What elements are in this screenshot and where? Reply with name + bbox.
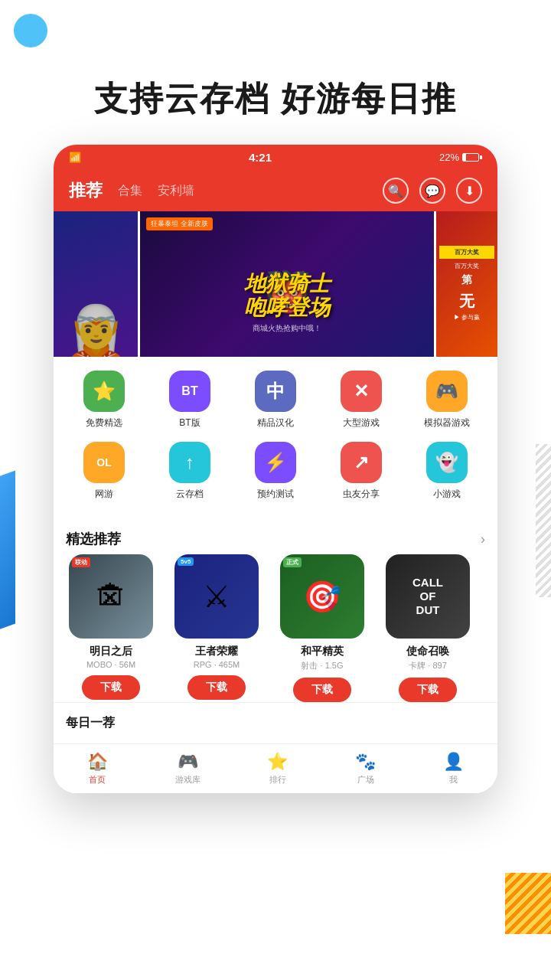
download-btn-1[interactable]: 下载 (187, 675, 246, 700)
cat-cloud-label: 云存档 (176, 488, 204, 501)
bottom-hint: 每日一荐 (54, 702, 497, 743)
featured-title: 精选推荐 (66, 530, 121, 548)
game-badge-0: 联动 (72, 557, 90, 567)
featured-arrow[interactable]: › (481, 531, 485, 547)
cat-bt[interactable]: BT BT版 (155, 371, 224, 430)
status-right: 22% (439, 152, 482, 163)
stripe-left-decoration (0, 471, 15, 632)
game-name-2: 和平精英 (280, 645, 364, 658)
game-name-3: 使命召唤 (386, 645, 470, 658)
banner-center[interactable]: 狂暴泰坦 全新皮肤 👹 地狱骑士咆哮登场 商城火热抢购中哦！ (140, 211, 434, 357)
search-icon[interactable]: 🔍 (383, 178, 409, 204)
cat-big[interactable]: ✕ 大型游戏 (327, 371, 396, 430)
me-icon: 👤 (443, 752, 464, 772)
stripe-right-decoration (536, 444, 551, 597)
cat-chinese[interactable]: 中 精品汉化 (241, 371, 310, 430)
game-meta-1: RPG · 465M (194, 660, 240, 669)
game-meta-2: 射击 · 1.5G (301, 660, 343, 671)
cat-emulator[interactable]: 🎮 模拟器游戏 (412, 371, 481, 430)
cat-online-icon: OL (83, 442, 125, 483)
app-tagline: 支持云存档 好游每日推 (0, 0, 551, 145)
bottom-nav-plaza-label: 广场 (357, 774, 374, 786)
bottom-nav-library[interactable]: 🎮 游戏库 (175, 752, 201, 786)
banner-right[interactable]: 百万大奖 百万大奖 第 无 ▶ 参与赢 (436, 211, 497, 357)
banner-badge: 狂暴泰坦 全新皮肤 (146, 217, 213, 230)
cat-free-label: 免费精选 (86, 416, 122, 430)
bottom-nav-ranking[interactable]: ⭐ 排行 (267, 752, 288, 786)
cat-cloud[interactable]: ↑ 云存档 (155, 442, 224, 501)
cat-online[interactable]: OL 网游 (70, 442, 139, 501)
category-row-1: ⭐ 免费精选 BT BT版 中 精品汉化 ✕ 大型游戏 🎮 模拟器游戏 (61, 371, 490, 430)
bottom-nav-ranking-label: 排行 (269, 774, 286, 786)
message-icon[interactable]: 💬 (419, 178, 445, 204)
game-icon-2[interactable]: 正式 🎯 (280, 554, 364, 639)
cat-bt-label: BT版 (179, 416, 200, 430)
cat-cloud-icon: ↑ (169, 442, 210, 483)
download-btn-0[interactable]: 下载 (82, 675, 140, 700)
cat-preorder-icon: ⚡ (255, 442, 296, 483)
library-icon: 🎮 (178, 752, 198, 772)
nav-active-tab[interactable]: 推荐 (69, 179, 103, 202)
cat-chinese-icon: 中 (255, 371, 296, 412)
cat-big-icon: ✕ (341, 371, 382, 412)
download-btn-3[interactable]: 下载 (399, 678, 457, 702)
phone-mockup: 📶 4:21 22% 推荐 合集 安利墙 🔍 💬 ⬇ (54, 145, 497, 793)
download-icon[interactable]: ⬇ (456, 178, 482, 204)
game-badge-2: 正式 (283, 557, 302, 567)
game-badge-1: 5v5 (178, 557, 194, 566)
game-item-0: 联动 🏚 明日之后 MOBO · 56M 下载 (61, 554, 161, 702)
banner-section: 🧝 狂暴泰坦 全新皮肤 👹 地狱骑士咆哮登场 商城火热抢购中哦！ 百万大奖 (54, 211, 497, 357)
bottom-nav-me-label: 我 (449, 774, 458, 786)
bottom-nav-library-label: 游戏库 (175, 774, 201, 786)
banner-left[interactable]: 🧝 (54, 211, 138, 357)
bottom-nav-home[interactable]: 🏠 首页 (87, 752, 108, 786)
cat-preorder-label: 预约测试 (257, 488, 294, 501)
bottom-nav-plaza[interactable]: 🐾 广场 (355, 752, 376, 786)
banner-center-text: 地狱骑士咆哮登场 商城火热抢购中哦！ (148, 273, 426, 334)
category-grid: ⭐ 免费精选 BT BT版 中 精品汉化 ✕ 大型游戏 🎮 模拟器游戏 (54, 357, 497, 521)
game-item-1: 5v5 ⚔ 王者荣耀 RPG · 465M 下载 (167, 554, 266, 702)
featured-section-header: 精选推荐 › (54, 521, 497, 554)
game-icon-0[interactable]: 联动 🏚 (69, 554, 153, 639)
cat-free[interactable]: ⭐ 免费精选 (70, 371, 139, 430)
cat-mini-icon: 👻 (426, 442, 468, 483)
game-list: 联动 🏚 明日之后 MOBO · 56M 下载 5v5 ⚔ 王者荣耀 RPG ·… (54, 554, 497, 702)
battery-icon (462, 153, 482, 162)
cat-emulator-label: 模拟器游戏 (424, 416, 470, 430)
wifi-icon: 📶 (69, 152, 81, 163)
bottom-nav: 🏠 首页 🎮 游戏库 ⭐ 排行 🐾 广场 👤 我 (54, 743, 497, 793)
cat-share[interactable]: ↗ 虫友分享 (327, 442, 396, 501)
game-name-0: 明日之后 (69, 645, 153, 658)
category-row-2: OL 网游 ↑ 云存档 ⚡ 预约测试 ↗ 虫友分享 👻 小游戏 (61, 442, 490, 501)
bottom-nav-me[interactable]: 👤 我 (443, 752, 464, 786)
battery-text: 22% (439, 152, 459, 163)
game-name-1: 王者荣耀 (174, 645, 259, 658)
status-time: 4:21 (249, 151, 272, 164)
cat-share-icon: ↗ (341, 442, 382, 483)
game-icon-1[interactable]: 5v5 ⚔ (174, 554, 259, 639)
status-left: 📶 (69, 152, 81, 163)
cat-emulator-icon: 🎮 (426, 371, 468, 412)
cat-mini-label: 小游戏 (433, 488, 461, 501)
cat-free-icon: ⭐ (83, 371, 125, 412)
bottom-nav-home-label: 首页 (89, 774, 106, 786)
cat-big-label: 大型游戏 (343, 416, 380, 430)
download-btn-2[interactable]: 下载 (293, 678, 351, 702)
cat-preorder[interactable]: ⚡ 预约测试 (241, 442, 310, 501)
status-bar: 📶 4:21 22% (54, 145, 497, 170)
blue-dot-decoration (14, 14, 47, 47)
plaza-icon: 🐾 (355, 752, 376, 772)
nav-tab-collections[interactable]: 合集 (118, 183, 142, 199)
ranking-icon: ⭐ (267, 752, 288, 772)
cat-share-label: 虫友分享 (343, 488, 380, 501)
nav-tab-recommend[interactable]: 安利墙 (158, 183, 194, 199)
game-item-3: CALLOFDUT 使命召唤 卡牌 · 897 下载 (378, 554, 478, 702)
game-item-2: 正式 🎯 和平精英 射击 · 1.5G 下载 (272, 554, 372, 702)
nav-icons: 🔍 💬 ⬇ (383, 178, 482, 204)
game-meta-3: 卡牌 · 897 (409, 660, 447, 671)
game-icon-3[interactable]: CALLOFDUT (386, 554, 470, 639)
nav-bar: 推荐 合集 安利墙 🔍 💬 ⬇ (54, 170, 497, 211)
cat-mini[interactable]: 👻 小游戏 (412, 442, 481, 501)
stripe-bottom-right-decoration (505, 873, 551, 934)
cat-bt-icon: BT (169, 371, 210, 412)
